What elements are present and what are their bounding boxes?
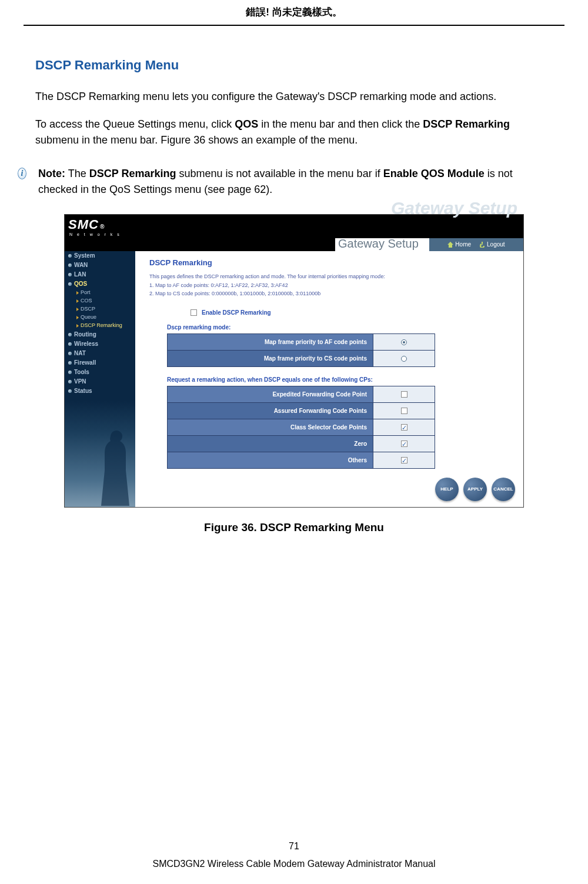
header-error-text: 錯誤! 尚未定義樣式。 <box>0 0 588 20</box>
banner-black <box>65 238 335 251</box>
sidebar-item-nat[interactable]: NAT <box>65 349 135 358</box>
cs-checkbox[interactable] <box>401 424 407 431</box>
table-row: Assured Forwarding Code Points <box>168 402 435 419</box>
page-content: DSCP Remarking Menu The DSCP Remarking m… <box>0 26 588 536</box>
logout-link[interactable]: Logout <box>479 240 505 249</box>
note-bold-1: DSCP Remarking <box>89 168 176 179</box>
cp-row-label: Assured Forwarding Code Points <box>168 402 373 419</box>
sidebar-item-status[interactable]: Status <box>65 386 135 396</box>
ef-checkbox[interactable] <box>401 391 407 398</box>
request-heading: Request a remarking action, when DSCP eq… <box>167 375 515 384</box>
sidebar-item-wan[interactable]: WAN <box>65 261 135 270</box>
intro-paragraph: The DSCP Remarking menu lets you configu… <box>35 89 553 105</box>
others-checkbox[interactable] <box>401 457 407 463</box>
zero-checkbox[interactable] <box>401 441 407 447</box>
logo-block: SMC® N e t w o r k s <box>68 215 121 238</box>
sidebar-item-lan[interactable]: LAN <box>65 270 135 279</box>
bullet-icon <box>68 273 72 276</box>
sidebar-item-label: Wireless <box>74 339 98 348</box>
triangle-icon <box>76 291 79 295</box>
info-icon: i <box>18 168 26 179</box>
cp-row-control <box>373 419 435 435</box>
mode-table: Map frame priority to AF code points Map… <box>167 333 435 367</box>
ui-body: System WAN LAN QOS Port COS DSCP Queue D… <box>65 251 523 507</box>
bullet-icon <box>68 263 72 267</box>
access-paragraph: To access the Queue Settings menu, click… <box>35 116 553 148</box>
description-line: This pages defines the DSCP remarking ac… <box>149 273 515 281</box>
dscp-remarking-bold: DSCP Remarking <box>423 118 510 130</box>
help-button[interactable]: HELP <box>435 478 459 501</box>
sidebar-item-system[interactable]: System <box>65 251 135 261</box>
sidebar-hero-image <box>65 401 135 507</box>
cp-row-label: Others <box>168 452 373 468</box>
figure-caption: Figure 36. DSCP Remarking Menu <box>35 519 553 536</box>
logo-subtitle: N e t w o r k s <box>69 232 121 238</box>
sidebar-item-label: Routing <box>74 330 96 339</box>
section-heading: DSCP Remarking Menu <box>35 55 553 75</box>
page-number: 71 <box>0 839 588 853</box>
apply-button[interactable]: APPLY <box>463 478 487 501</box>
description-line: 1. Map to AF code points: 0:AF12, 1:AF22… <box>149 282 515 289</box>
sidebar-item-label: Tools <box>74 368 89 376</box>
sidebar-sub-label: DSCP Remarking <box>81 322 122 330</box>
footer: 71 SMCD3GN2 Wireless Cable Modem Gateway… <box>0 839 588 871</box>
bullet-icon <box>68 371 72 374</box>
note-paragraph: Note: The DSCP Remarking submenu is not … <box>38 166 553 198</box>
bullet-icon <box>68 389 72 393</box>
table-row: Map frame priority to CS code points <box>168 350 435 366</box>
sidebar-sub-dscp[interactable]: DSCP <box>65 305 135 313</box>
registered-icon: ® <box>100 222 105 231</box>
note-label: Note: <box>38 168 65 179</box>
sidebar-item-tools[interactable]: Tools <box>65 368 135 377</box>
bullet-icon <box>68 361 72 365</box>
sidebar-sub-port[interactable]: Port <box>65 289 135 297</box>
table-row: Class Selector Code Points <box>168 419 435 435</box>
sidebar-sub-queue[interactable]: Queue <box>65 313 135 322</box>
cp-row-control <box>373 435 435 452</box>
mode-row-control <box>373 350 435 366</box>
home-icon <box>447 242 453 248</box>
banner-title: Gateway Setup <box>338 235 419 252</box>
sidebar-sub-label: DSCP <box>81 305 95 313</box>
page-heading: DSCP Remarking <box>149 257 515 269</box>
mode-row-label: Map frame priority to AF code points <box>168 333 373 350</box>
sidebar-item-vpn[interactable]: VPN <box>65 377 135 386</box>
sidebar-item-label: LAN <box>74 270 86 279</box>
cancel-button[interactable]: CANCEL <box>492 478 515 501</box>
triangle-icon <box>76 308 79 311</box>
bullet-icon <box>68 282 72 286</box>
sidebar-item-firewall[interactable]: Firewall <box>65 358 135 368</box>
sidebar-sub-cos[interactable]: COS <box>65 297 135 305</box>
footer-text: SMCD3GN2 Wireless Cable Modem Gateway Ad… <box>0 857 588 871</box>
bullet-icon <box>68 333 72 336</box>
sidebar-item-label: QOS <box>74 279 87 288</box>
bullet-icon <box>68 342 72 346</box>
sidebar-item-wireless[interactable]: Wireless <box>65 339 135 349</box>
mode-row-control <box>373 333 435 350</box>
cp-row-control <box>373 402 435 419</box>
table-row: Zero <box>168 435 435 452</box>
sidebar-item-label: WAN <box>74 261 88 269</box>
sidebar-sub-label: COS <box>81 297 92 305</box>
table-row: Others <box>168 452 435 468</box>
text: in the menu bar and then click the <box>258 118 423 130</box>
triangle-icon <box>76 299 79 303</box>
logout-icon <box>479 242 485 248</box>
text: The <box>65 168 89 179</box>
af-radio[interactable] <box>401 339 407 345</box>
enable-dscp-checkbox[interactable] <box>191 309 197 316</box>
af-checkbox[interactable] <box>401 408 407 414</box>
sidebar-sub-dscp-remarking[interactable]: DSCP Remarking <box>65 322 135 330</box>
banner-right-links: Home Logout <box>429 238 523 251</box>
sidebar-sub-label: Queue <box>81 313 96 322</box>
cp-row-label: Expedited Forwarding Code Point <box>168 386 373 402</box>
sidebar: System WAN LAN QOS Port COS DSCP Queue D… <box>65 251 135 507</box>
mode-row-label: Map frame priority to CS code points <box>168 350 373 366</box>
cp-row-label: Class Selector Code Points <box>168 419 373 435</box>
sidebar-item-qos[interactable]: QOS <box>65 279 135 289</box>
home-link[interactable]: Home <box>447 240 471 249</box>
table-row: Expedited Forwarding Code Point <box>168 386 435 402</box>
sidebar-item-routing[interactable]: Routing <box>65 330 135 339</box>
cs-radio[interactable] <box>401 356 407 362</box>
sidebar-item-label: System <box>74 251 95 260</box>
